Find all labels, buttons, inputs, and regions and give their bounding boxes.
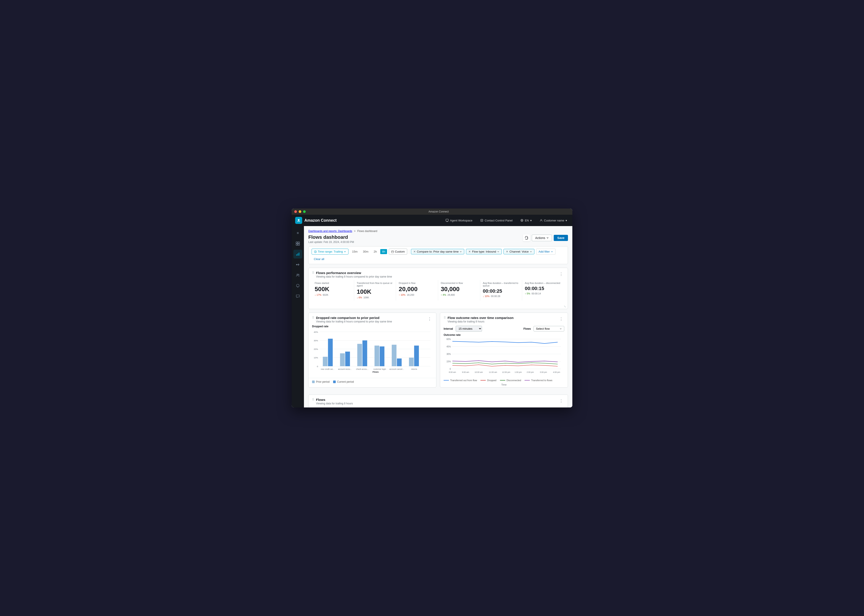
flows-select-label: Flows	[523, 327, 531, 330]
contact-control-panel-btn[interactable]: Contact Control Panel	[478, 218, 514, 223]
sidebar-item-analytics[interactable]	[293, 250, 302, 258]
dropped-rate-card: ⠿ Dropped rate comparison to prior perio…	[308, 313, 437, 388]
language-btn[interactable]: EN ▾	[519, 218, 533, 223]
flows-table-menu-button[interactable]: ⋮	[558, 398, 564, 404]
agent-workspace-label: Agent Workspace	[450, 219, 472, 222]
clear-all-button[interactable]: Clear all	[312, 256, 326, 262]
custom-label: Custom	[395, 250, 405, 253]
svg-text:15%: 15%	[446, 360, 451, 363]
svg-text:9:00 am: 9:00 am	[462, 371, 469, 373]
card-menu-button[interactable]: ⋮	[558, 271, 564, 277]
add-filter-button[interactable]: Add filter	[536, 248, 555, 255]
time-15m[interactable]: 15m	[350, 249, 359, 254]
flows-table-card: ⠿ Flows Viewing data for trailing 8 hour…	[308, 394, 568, 407]
sidebar-item-agent[interactable]	[293, 281, 302, 290]
sidebar-item-menu[interactable]: ≡	[293, 229, 302, 237]
svg-text:40%: 40%	[314, 331, 318, 333]
actions-button[interactable]: Actions	[532, 235, 552, 241]
flow-outcome-menu-button[interactable]: ⋮	[558, 316, 564, 322]
svg-text:8:00 am: 8:00 am	[449, 371, 456, 373]
save-button[interactable]: Save	[554, 235, 568, 241]
svg-text:0: 0	[317, 365, 318, 368]
metric-dropped-label: Dropped in flow	[399, 282, 435, 284]
svg-text:10%: 10%	[314, 357, 318, 359]
drag-handle-icon-3[interactable]: ⠿	[444, 316, 446, 319]
legend-prior-label: Prior period	[316, 380, 330, 383]
time-range-button[interactable]: Time range: Trailing	[312, 248, 348, 255]
agent-workspace-btn[interactable]: Agent Workspace	[444, 218, 474, 223]
legend-disconnected: Disconnected	[500, 379, 521, 382]
drag-handle-icon-2[interactable]: ⠿	[312, 316, 314, 319]
sidebar-item-users[interactable]	[293, 271, 302, 280]
flows-performance-subtitle: Viewing data for trailing 8 hours compar…	[316, 275, 558, 278]
customer-name-btn[interactable]: Customer name ▾	[538, 218, 569, 223]
metric-avg-transferred-value: 00:00:25	[483, 288, 519, 294]
app-body: Amazon Connect Agent Workspace Contact C…	[292, 215, 572, 407]
main-content: Dashboards and reports: Dashboards > Flo…	[304, 226, 572, 407]
drag-handle-icon[interactable]: ⠿	[312, 271, 314, 275]
flows-performance-title: Flows performance overview	[316, 271, 558, 275]
app-name: Amazon Connect	[304, 218, 337, 223]
svg-text:account recov...: account recov...	[338, 368, 352, 370]
drag-handle-icon-4[interactable]: ⠿	[312, 398, 314, 401]
channel-chip: ✕ Channel: Voice	[503, 249, 534, 255]
svg-rect-17	[391, 251, 394, 253]
dropped-rate-header: ⠿ Dropped rate comparison to prior perio…	[309, 313, 436, 325]
channel-chip-remove[interactable]: ✕	[506, 250, 508, 253]
custom-time-button[interactable]: Custom	[389, 248, 407, 255]
flows-table-title: Flows	[316, 398, 558, 402]
time-8h[interactable]: 8h	[380, 249, 387, 254]
svg-text:2:00 pm: 2:00 pm	[527, 371, 534, 373]
save-label: Save	[557, 236, 564, 240]
sidebar-item-chat[interactable]	[293, 292, 302, 300]
flows-performance-header: ⠿ Flows performance overview Viewing dat…	[309, 268, 568, 280]
svg-rect-8	[296, 244, 298, 245]
svg-text:new credit car...: new credit car...	[321, 368, 334, 370]
sidebar-item-routing[interactable]	[293, 260, 302, 269]
page-title: Flows dashboard	[308, 234, 523, 240]
logo-area: Amazon Connect	[295, 217, 337, 224]
dropped-rate-menu-button[interactable]: ⋮	[427, 316, 433, 322]
flows-select-button[interactable]: Select flow	[533, 326, 564, 332]
legend-transferred-out: Transferred out from flow	[444, 379, 477, 382]
breadcrumb-current: Flows dashboard	[357, 229, 377, 233]
bar-chart-legend: Prior period Current period	[309, 378, 436, 385]
flow-outcome-title: Flow outcome rates over time comparison	[448, 316, 558, 320]
metric-flows-started-change: ↓ 17% 602K	[315, 294, 351, 296]
dropped-rate-title-area: Dropped rate comparison to prior period …	[316, 316, 427, 323]
svg-text:Flows: Flows	[372, 371, 379, 373]
legend-disconnected-dot	[500, 380, 505, 380]
time-2h[interactable]: 2h	[372, 249, 378, 254]
svg-text:0: 0	[449, 368, 451, 370]
maximize-button[interactable]	[303, 210, 306, 213]
compare-chip-label: Compare to: Prior day same time	[417, 250, 459, 253]
sidebar-item-dashboard[interactable]	[293, 239, 302, 248]
compare-chip-remove[interactable]: ✕	[413, 250, 416, 253]
breadcrumb-link[interactable]: Dashboards and reports: Dashboards	[308, 229, 352, 233]
metric-transferred-change: ↓ 6% 106K	[357, 296, 393, 299]
svg-text:1:00 pm: 1:00 pm	[515, 371, 522, 373]
legend-transferred-flows-dot	[525, 380, 530, 380]
refresh-button[interactable]	[523, 234, 530, 241]
svg-rect-33	[363, 340, 367, 366]
legend-dropped: Dropped	[481, 379, 496, 382]
resize-handle[interactable]: ⤡	[309, 304, 568, 309]
svg-rect-38	[409, 358, 414, 366]
interval-select[interactable]: 15 minutes	[456, 326, 482, 332]
window-title: Amazon Connect	[307, 210, 570, 213]
close-button[interactable]	[294, 210, 297, 213]
bar-chart-svg: 40% 30% 20% 10% 0	[312, 330, 433, 374]
svg-rect-37	[397, 358, 402, 366]
svg-rect-36	[392, 345, 396, 366]
svg-rect-10	[296, 255, 297, 256]
legend-transferred-out-label: Transferred out from flow	[450, 379, 477, 382]
svg-text:4:00 pm: 4:00 pm	[553, 371, 560, 373]
metric-avg-transferred-change: ↓ 10% 00:00:28	[483, 295, 519, 297]
page-title-area: Flows dashboard Last update: Feb 19, 202…	[308, 234, 523, 244]
flowtype-chip-remove[interactable]: ✕	[468, 250, 471, 253]
header-actions: Actions Save	[523, 234, 568, 241]
minimize-button[interactable]	[299, 210, 301, 213]
breadcrumb-separator: >	[354, 229, 355, 233]
bar-chart-area: Dropped rate 40% 30% 20% 10% 0	[309, 325, 436, 378]
time-30m[interactable]: 30m	[361, 249, 370, 254]
